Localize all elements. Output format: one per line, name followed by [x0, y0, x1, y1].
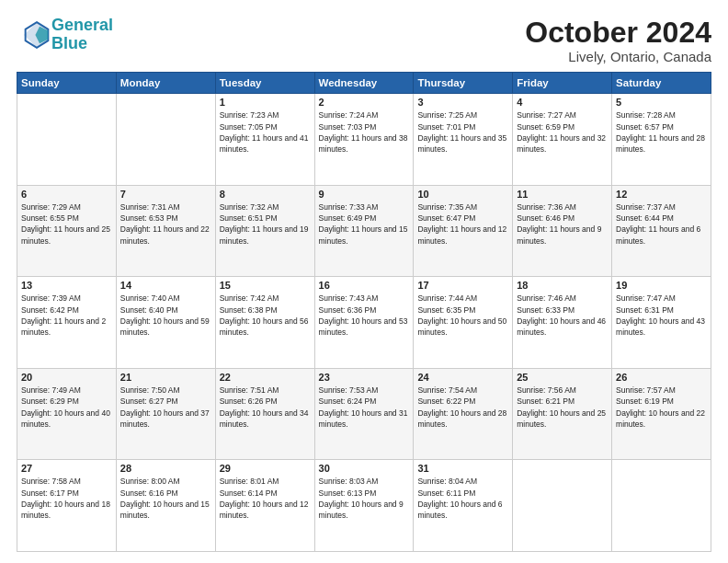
calendar-cell: 31Sunrise: 8:04 AMSunset: 6:11 PMDayligh… — [414, 460, 513, 552]
day-number: 11 — [517, 189, 608, 200]
calendar-cell: 29Sunrise: 8:01 AMSunset: 6:14 PMDayligh… — [215, 460, 314, 552]
day-info: Sunrise: 7:42 AMSunset: 6:38 PMDaylight:… — [220, 293, 311, 338]
calendar-cell: 9Sunrise: 7:33 AMSunset: 6:49 PMDaylight… — [314, 185, 414, 277]
day-info: Sunrise: 7:57 AMSunset: 6:19 PMDaylight:… — [616, 385, 707, 430]
day-number: 6 — [21, 189, 112, 200]
calendar-cell: 17Sunrise: 7:44 AMSunset: 6:35 PMDayligh… — [414, 277, 513, 369]
day-info: Sunrise: 7:54 AMSunset: 6:22 PMDaylight:… — [417, 385, 508, 430]
day-number: 29 — [220, 463, 311, 474]
header: General Blue October 2024 Lively, Ontari… — [17, 17, 711, 64]
day-number: 3 — [417, 97, 508, 108]
day-info: Sunrise: 7:31 AMSunset: 6:53 PMDaylight:… — [120, 201, 211, 247]
day-number: 12 — [616, 189, 707, 200]
day-number: 10 — [417, 189, 508, 200]
day-info: Sunrise: 7:47 AMSunset: 6:31 PMDaylight:… — [616, 293, 707, 338]
calendar-cell: 27Sunrise: 7:58 AMSunset: 6:17 PMDayligh… — [17, 460, 117, 552]
calendar-cell: 22Sunrise: 7:51 AMSunset: 6:26 PMDayligh… — [215, 368, 314, 460]
calendar-cell: 16Sunrise: 7:43 AMSunset: 6:36 PMDayligh… — [314, 277, 414, 369]
day-number: 17 — [417, 280, 508, 291]
calendar-cell: 1Sunrise: 7:23 AMSunset: 7:05 PMDaylight… — [215, 94, 314, 186]
calendar-cell: 11Sunrise: 7:36 AMSunset: 6:46 PMDayligh… — [513, 185, 612, 277]
day-info: Sunrise: 7:37 AMSunset: 6:44 PMDaylight:… — [616, 201, 707, 247]
logo-text: General Blue — [51, 17, 113, 53]
day-info: Sunrise: 7:29 AMSunset: 6:55 PMDaylight:… — [21, 201, 112, 247]
calendar-cell: 21Sunrise: 7:50 AMSunset: 6:27 PMDayligh… — [116, 368, 215, 460]
calendar-cell: 12Sunrise: 7:37 AMSunset: 6:44 PMDayligh… — [612, 185, 711, 277]
calendar-week-2: 6Sunrise: 7:29 AMSunset: 6:55 PMDaylight… — [17, 185, 711, 277]
day-number: 18 — [517, 280, 608, 291]
day-info: Sunrise: 8:00 AMSunset: 6:16 PMDaylight:… — [120, 476, 211, 521]
day-number: 13 — [21, 280, 112, 291]
calendar-cell: 26Sunrise: 7:57 AMSunset: 6:19 PMDayligh… — [612, 368, 711, 460]
day-number: 21 — [120, 372, 211, 383]
day-info: Sunrise: 7:24 AMSunset: 7:03 PMDaylight:… — [319, 109, 410, 155]
day-info: Sunrise: 7:33 AMSunset: 6:49 PMDaylight:… — [319, 201, 410, 247]
calendar-cell: 3Sunrise: 7:25 AMSunset: 7:01 PMDaylight… — [414, 94, 513, 186]
day-info: Sunrise: 7:58 AMSunset: 6:17 PMDaylight:… — [21, 476, 112, 521]
day-info: Sunrise: 7:56 AMSunset: 6:21 PMDaylight:… — [517, 385, 608, 430]
day-number: 26 — [616, 372, 707, 383]
day-info: Sunrise: 8:04 AMSunset: 6:11 PMDaylight:… — [417, 476, 508, 521]
day-info: Sunrise: 7:28 AMSunset: 6:57 PMDaylight:… — [616, 109, 707, 155]
day-number: 15 — [220, 280, 311, 291]
calendar-cell: 18Sunrise: 7:46 AMSunset: 6:33 PMDayligh… — [513, 277, 612, 369]
calendar-cell: 28Sunrise: 8:00 AMSunset: 6:16 PMDayligh… — [116, 460, 215, 552]
day-info: Sunrise: 7:51 AMSunset: 6:26 PMDaylight:… — [220, 385, 311, 430]
calendar-cell: 4Sunrise: 7:27 AMSunset: 6:59 PMDaylight… — [513, 94, 612, 186]
title-block: October 2024 Lively, Ontario, Canada — [525, 17, 711, 64]
day-info: Sunrise: 7:27 AMSunset: 6:59 PMDaylight:… — [517, 109, 608, 155]
calendar-week-4: 20Sunrise: 7:49 AMSunset: 6:29 PMDayligh… — [17, 368, 711, 460]
calendar-table: SundayMondayTuesdayWednesdayThursdayFrid… — [17, 72, 711, 552]
calendar-header-row: SundayMondayTuesdayWednesdayThursdayFrid… — [17, 73, 711, 94]
day-info: Sunrise: 7:44 AMSunset: 6:35 PMDaylight:… — [417, 293, 508, 338]
calendar-week-3: 13Sunrise: 7:39 AMSunset: 6:42 PMDayligh… — [17, 277, 711, 369]
calendar-cell: 8Sunrise: 7:32 AMSunset: 6:51 PMDaylight… — [215, 185, 314, 277]
day-number: 14 — [120, 280, 211, 291]
day-info: Sunrise: 7:35 AMSunset: 6:47 PMDaylight:… — [417, 201, 508, 247]
calendar-cell: 5Sunrise: 7:28 AMSunset: 6:57 PMDaylight… — [612, 94, 711, 186]
day-info: Sunrise: 7:49 AMSunset: 6:29 PMDaylight:… — [21, 385, 112, 430]
calendar-cell — [17, 94, 117, 186]
calendar-header-thursday: Thursday — [414, 73, 513, 94]
page: General Blue October 2024 Lively, Ontari… — [0, 0, 728, 563]
day-number: 16 — [319, 280, 410, 291]
calendar-cell: 15Sunrise: 7:42 AMSunset: 6:38 PMDayligh… — [215, 277, 314, 369]
calendar-header-monday: Monday — [116, 73, 215, 94]
calendar-header-sunday: Sunday — [17, 73, 117, 94]
day-info: Sunrise: 7:50 AMSunset: 6:27 PMDaylight:… — [120, 385, 211, 430]
calendar-cell — [513, 460, 612, 552]
day-info: Sunrise: 7:39 AMSunset: 6:42 PMDaylight:… — [21, 293, 112, 338]
calendar-cell: 20Sunrise: 7:49 AMSunset: 6:29 PMDayligh… — [17, 368, 117, 460]
logo: General Blue — [17, 17, 113, 53]
day-info: Sunrise: 7:46 AMSunset: 6:33 PMDaylight:… — [517, 293, 608, 338]
calendar-week-5: 27Sunrise: 7:58 AMSunset: 6:17 PMDayligh… — [17, 460, 711, 552]
day-number: 19 — [616, 280, 707, 291]
calendar-body: 1Sunrise: 7:23 AMSunset: 7:05 PMDaylight… — [17, 94, 711, 552]
month-title: October 2024 — [525, 17, 711, 49]
calendar-header-friday: Friday — [513, 73, 612, 94]
calendar-cell: 6Sunrise: 7:29 AMSunset: 6:55 PMDaylight… — [17, 185, 117, 277]
day-number: 8 — [220, 189, 311, 200]
day-number: 24 — [417, 372, 508, 383]
calendar-cell: 7Sunrise: 7:31 AMSunset: 6:53 PMDaylight… — [116, 185, 215, 277]
calendar-cell — [612, 460, 711, 552]
calendar-cell: 24Sunrise: 7:54 AMSunset: 6:22 PMDayligh… — [414, 368, 513, 460]
day-number: 31 — [417, 463, 508, 474]
day-number: 2 — [319, 97, 410, 108]
day-info: Sunrise: 7:36 AMSunset: 6:46 PMDaylight:… — [517, 201, 608, 247]
calendar-cell: 2Sunrise: 7:24 AMSunset: 7:03 PMDaylight… — [314, 94, 414, 186]
day-number: 9 — [319, 189, 410, 200]
day-number: 27 — [21, 463, 112, 474]
calendar-cell: 13Sunrise: 7:39 AMSunset: 6:42 PMDayligh… — [17, 277, 117, 369]
day-info: Sunrise: 7:53 AMSunset: 6:24 PMDaylight:… — [319, 385, 410, 430]
calendar-cell — [116, 94, 215, 186]
day-number: 25 — [517, 372, 608, 383]
logo-line1: General — [51, 16, 113, 34]
day-info: Sunrise: 7:23 AMSunset: 7:05 PMDaylight:… — [220, 109, 311, 155]
day-number: 30 — [319, 463, 410, 474]
calendar-cell: 10Sunrise: 7:35 AMSunset: 6:47 PMDayligh… — [414, 185, 513, 277]
location: Lively, Ontario, Canada — [525, 49, 711, 64]
calendar-cell: 30Sunrise: 8:03 AMSunset: 6:13 PMDayligh… — [314, 460, 414, 552]
day-number: 20 — [21, 372, 112, 383]
day-number: 23 — [319, 372, 410, 383]
